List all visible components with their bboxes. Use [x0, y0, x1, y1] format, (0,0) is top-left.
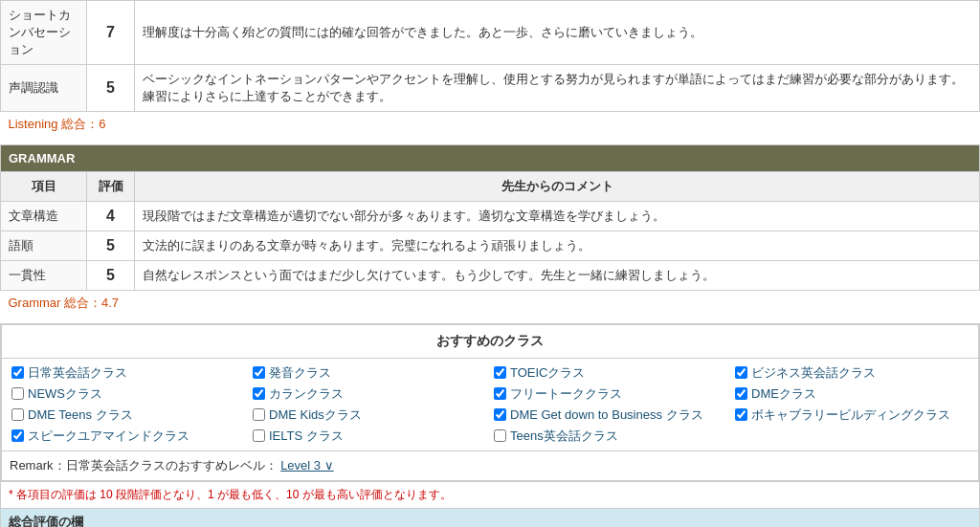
- listening-comment-1: 理解度は十分高く殆どの質問には的確な回答ができました。あと一歩、さらに磨いていき…: [135, 1, 980, 65]
- class-label-1: 発音クラス: [269, 364, 331, 382]
- grammar-score-1: 5: [87, 231, 135, 261]
- class-checkbox-13[interactable]: [253, 429, 265, 442]
- note-text: * 各項目の評価は 10 段階評価となり、1 が最も低く、10 が最も高い評価と…: [9, 488, 452, 501]
- class-label-5: カランクラス: [269, 385, 344, 403]
- grammar-subtotal-row: Grammar 総合：4.7: [1, 291, 980, 317]
- class-label-14: Teens英会話クラス: [510, 428, 618, 445]
- class-item-9[interactable]: DME Kidsクラス: [253, 406, 486, 424]
- remark-level[interactable]: Level 3 ∨: [280, 458, 334, 472]
- remark-row: Remark：日常英会話クラスのおすすめレベル： Level 3 ∨: [1, 451, 979, 481]
- grammar-row-2: 一貫性 5 自然なレスポンスという面ではまだ少し欠けています。もう少しです。先生…: [1, 261, 980, 291]
- recommended-header: おすすめのクラス: [1, 324, 979, 359]
- class-label-11: ボキャブラリービルディングクラス: [751, 406, 950, 424]
- class-checkbox-7[interactable]: [735, 387, 747, 400]
- class-item-4[interactable]: NEWSクラス: [11, 385, 245, 403]
- listening-row-1: ショートカンバセーション 7 理解度は十分高く殆どの質問には的確な回答ができまし…: [1, 1, 980, 65]
- grammar-header-row: GRAMMAR: [1, 145, 980, 172]
- class-label-2: TOEICクラス: [510, 364, 586, 382]
- class-label-9: DME Kidsクラス: [269, 406, 362, 424]
- grammar-table: GRAMMAR 項目 評価 先生からのコメント 文章構造 4 現段階ではまだ文章…: [0, 144, 980, 316]
- grammar-subtotal: Grammar 総合：4.7: [1, 291, 980, 317]
- class-label-0: 日常英会話クラス: [28, 364, 127, 382]
- class-item-12[interactable]: スピークユアマインドクラス: [11, 428, 245, 445]
- class-item-5[interactable]: カランクラス: [253, 385, 486, 403]
- class-label-12: スピークユアマインドクラス: [28, 428, 189, 445]
- class-item-0[interactable]: 日常英会話クラス: [11, 364, 245, 382]
- class-label-10: DME Get down to Business クラス: [510, 406, 703, 424]
- grammar-score-2: 5: [87, 261, 135, 291]
- listening-label-1: ショートカンバセーション: [1, 1, 87, 65]
- col-header-item: 項目: [1, 172, 87, 202]
- class-item-11[interactable]: ボキャブラリービルディングクラス: [735, 406, 969, 424]
- class-checkbox-11[interactable]: [735, 408, 747, 421]
- class-checkbox-5[interactable]: [253, 387, 265, 400]
- grammar-score-0: 4: [87, 202, 135, 231]
- grammar-comment-1: 文法的に誤まりのある文章が時々あります。完璧になれるよう頑張りましょう。: [135, 231, 980, 261]
- class-checkbox-0[interactable]: [11, 366, 24, 379]
- class-item-10[interactable]: DME Get down to Business クラス: [494, 406, 727, 424]
- class-checkbox-3[interactable]: [735, 366, 747, 379]
- page-wrapper: ショートカンバセーション 7 理解度は十分高く殆どの質問には的確な回答ができまし…: [0, 0, 980, 527]
- grammar-row-0: 文章構造 4 現段階ではまだ文章構造が適切でない部分が多々あります。適切な文章構…: [1, 202, 980, 231]
- class-label-4: NEWSクラス: [28, 385, 102, 403]
- class-item-14[interactable]: Teens英会話クラス: [494, 428, 727, 445]
- listening-comment-2: ベーシックなイントネーションパターンやアクセントを理解し、使用とする努力が見られ…: [135, 65, 980, 112]
- class-label-8: DME Teens クラス: [28, 406, 133, 424]
- class-item-1[interactable]: 発音クラス: [253, 364, 486, 382]
- class-checkbox-4[interactable]: [11, 387, 24, 400]
- class-item-13[interactable]: IELTS クラス: [253, 428, 486, 445]
- class-checkbox-14[interactable]: [494, 429, 506, 442]
- class-checkbox-8[interactable]: [11, 408, 24, 421]
- listening-score-1: 7: [87, 1, 135, 65]
- grammar-section-header: GRAMMAR: [1, 145, 980, 172]
- class-item-6[interactable]: フリートーククラス: [494, 385, 727, 403]
- grammar-row-1: 語順 5 文法的に誤まりのある文章が時々あります。完璧になれるよう頑張りましょう…: [1, 231, 980, 261]
- listening-label-2: 声調認識: [1, 65, 87, 112]
- class-checkbox-2[interactable]: [494, 366, 506, 379]
- col-header-comment: 先生からのコメント: [135, 172, 980, 202]
- grammar-comment-0: 現段階ではまだ文章構造が適切でない部分が多々あります。適切な文章構造を学びましょ…: [135, 202, 980, 231]
- listening-subtotal-row: Listening 総合：6: [1, 112, 980, 138]
- class-item-8[interactable]: DME Teens クラス: [11, 406, 245, 424]
- listening-score-2: 5: [87, 65, 135, 112]
- grammar-label-0: 文章構造: [1, 202, 87, 231]
- class-label-6: フリートーククラス: [510, 385, 622, 403]
- class-label-7: DMEクラス: [751, 385, 816, 403]
- col-header-score: 評価: [87, 172, 135, 202]
- class-item-2[interactable]: TOEICクラス: [494, 364, 727, 382]
- summary-section: 総合評価の欄 Pre Beginner Beginner Upper Begin…: [0, 509, 980, 527]
- listening-subtotal: Listening 総合：6: [1, 112, 980, 138]
- recommended-section: おすすめのクラス 日常英会話クラス 発音クラス TOEICクラス ビジネス英会話…: [0, 323, 980, 482]
- checkbox-grid: 日常英会話クラス 発音クラス TOEICクラス ビジネス英会話クラス NEWSク…: [1, 359, 979, 451]
- listening-table: ショートカンバセーション 7 理解度は十分高く殆どの質問には的確な回答ができまし…: [0, 0, 980, 137]
- grammar-comment-2: 自然なレスポンスという面ではまだ少し欠けています。もう少しです。先生と一緒に練習…: [135, 261, 980, 291]
- grammar-label-1: 語順: [1, 231, 87, 261]
- grammar-col-header-row: 項目 評価 先生からのコメント: [1, 172, 980, 202]
- grammar-label-2: 一貫性: [1, 261, 87, 291]
- class-checkbox-10[interactable]: [494, 408, 506, 421]
- class-item-7[interactable]: DMEクラス: [735, 385, 969, 403]
- remark-label: Remark：日常英会話クラスのおすすめレベル：: [10, 458, 278, 472]
- class-item-3[interactable]: ビジネス英会話クラス: [735, 364, 969, 382]
- summary-header: 総合評価の欄: [1, 509, 979, 527]
- class-checkbox-1[interactable]: [253, 366, 265, 379]
- listening-row-2: 声調認識 5 ベーシックなイントネーションパターンやアクセントを理解し、使用とす…: [1, 65, 980, 112]
- class-label-3: ビジネス英会話クラス: [751, 364, 876, 382]
- class-checkbox-9[interactable]: [253, 408, 265, 421]
- class-checkbox-6[interactable]: [494, 387, 506, 400]
- class-label-13: IELTS クラス: [269, 428, 344, 445]
- note-row: * 各項目の評価は 10 段階評価となり、1 が最も低く、10 が最も高い評価と…: [0, 482, 980, 509]
- class-checkbox-12[interactable]: [11, 429, 24, 442]
